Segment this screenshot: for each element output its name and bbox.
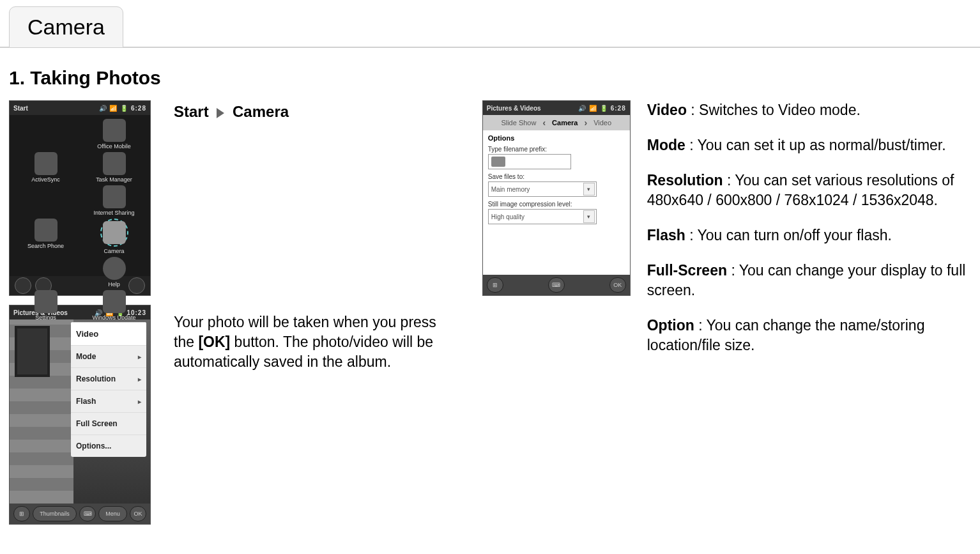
chevron-left-icon[interactable]: ‹ (542, 118, 546, 128)
start-item-label: Camera (103, 248, 124, 254)
status-bar: Pictures & Videos 🔊 📶 🔋 6:28 (483, 101, 630, 115)
start-item-label: Help (108, 281, 120, 288)
term: Mode (647, 137, 685, 153)
breadcrumb-item: Start (174, 103, 209, 120)
windows-update-icon (103, 290, 126, 313)
screenshot-camera-menu: Pictures & Videos 🔊 📶 🔋 10:23 Video Mode… (9, 305, 151, 525)
tab-camera[interactable]: Camera (552, 119, 578, 127)
desc: : You can set it up as normal/bust/timer… (685, 137, 946, 153)
label-compression: Still image compression level: (488, 201, 625, 208)
settings-icon (34, 290, 57, 313)
camera-icon (103, 221, 126, 244)
start-item-label: Task Manager (96, 176, 132, 183)
menu-item-mode[interactable]: Mode▸ (71, 345, 146, 367)
start-item-help[interactable]: Help (82, 257, 146, 288)
taskmanager-icon (103, 152, 126, 175)
start-item-search-phone[interactable]: Search Phone (13, 219, 78, 254)
dropdown-arrow-icon: ▾ (583, 210, 595, 223)
camera-preview (10, 319, 73, 504)
menu-item-resolution[interactable]: Resolution▸ (71, 367, 146, 390)
options-form: Options Type filename prefix: Save files… (483, 130, 630, 275)
paragraph-take-photo: Your photo will be taken when you press … (174, 312, 444, 372)
dropdown-arrow-icon: ▾ (583, 183, 595, 196)
term: Resolution (647, 172, 723, 189)
bottom-bar: ⊞ ⌨ OK (483, 275, 630, 295)
status-icons: 🔊 📶 🔋 6:28 (578, 105, 625, 112)
def-mode: Mode : You can set it up as normal/bust/… (647, 135, 971, 155)
menu-item-video[interactable]: Video (71, 322, 146, 345)
menu-label: Resolution (76, 374, 116, 383)
start-item-windows-update[interactable]: Windows Update (82, 290, 146, 321)
term: Video (647, 102, 687, 118)
start-item-label: Internet Sharing (93, 210, 134, 216)
status-icons: 🔊 📶 🔋 6:28 (99, 105, 146, 112)
section-heading: 1. Taking Photos (9, 67, 980, 89)
camera-menu: Video Mode▸ Resolution▸ Flash▸ Full Scre… (71, 322, 146, 457)
ok-button[interactable]: OK (130, 506, 146, 521)
help-icon (103, 257, 126, 280)
soft-right-button[interactable]: Menu (98, 506, 127, 521)
menu-label: Video (76, 329, 98, 339)
start-item-settings[interactable]: Settings (13, 290, 78, 321)
activesync-icon (34, 152, 57, 175)
menu-item-flash[interactable]: Flash▸ (71, 390, 146, 412)
start-item-label: Office Mobile (97, 143, 130, 150)
menu-item-fullscreen[interactable]: Full Screen (71, 412, 146, 435)
start-button[interactable]: ⊞ (13, 506, 30, 521)
select-compression[interactable]: High quality ▾ (488, 209, 597, 224)
start-item-internet-sharing[interactable]: Internet Sharing (82, 185, 146, 216)
def-resolution: Resolution : You can set various resolut… (647, 171, 971, 210)
select-save-to[interactable]: Main memory ▾ (488, 181, 597, 197)
label-filename-prefix: Type filename prefix: (488, 146, 625, 153)
tab-video[interactable]: Video (593, 119, 611, 127)
screenshot-start-menu: Start 🔊 📶 🔋 6:28 Office Mobile ActiveSyn… (9, 100, 151, 296)
options-tabs: Slide Show ‹ Camera › Video (483, 115, 630, 130)
form-heading: Options (488, 134, 625, 142)
start-item-camera[interactable]: Camera (82, 219, 146, 254)
status-bar: Start 🔊 📶 🔋 6:28 (10, 101, 150, 115)
select-value: Main memory (491, 186, 530, 193)
start-item-label: Search Phone (27, 243, 64, 249)
screenshot-options: Pictures & Videos 🔊 📶 🔋 6:28 Slide Show … (482, 100, 631, 296)
desc: : Switches to Video mode. (687, 102, 861, 118)
internet-sharing-icon (103, 185, 126, 208)
status-title: Pictures & Videos (487, 105, 541, 112)
ok-button[interactable]: OK (609, 277, 626, 293)
text-bold: [OK] (198, 334, 230, 350)
def-option: Option : You can change the name/storing… (647, 316, 971, 355)
menu-label: Full Screen (76, 419, 118, 428)
def-flash: Flash : You can turn on/off your flash. (647, 226, 971, 245)
search-phone-icon (34, 219, 57, 242)
prefix-icon (491, 157, 505, 167)
chevron-right-icon[interactable]: › (584, 118, 587, 128)
start-item-activesync[interactable]: ActiveSync (13, 152, 78, 183)
camera-highlight (100, 219, 128, 247)
breadcrumb: Start Camera (174, 103, 444, 121)
input-filename-prefix[interactable] (488, 154, 571, 169)
def-fullscreen: Full-Screen : You can change your displa… (647, 261, 971, 300)
menu-label: Flash (76, 397, 96, 406)
menu-label: Options... (76, 442, 111, 450)
breadcrumb-arrow-icon (217, 108, 224, 118)
status-title: Start (13, 105, 28, 112)
keyboard-button[interactable]: ⌨ (548, 277, 565, 293)
start-item-taskmanager[interactable]: Task Manager (82, 152, 146, 183)
office-icon (103, 119, 126, 142)
keyboard-button[interactable]: ⌨ (79, 506, 96, 521)
term: Flash (647, 227, 685, 243)
term: Full-Screen (647, 262, 727, 279)
page-tab: Camera (9, 6, 123, 48)
def-video: Video : Switches to Video mode. (647, 100, 971, 120)
soft-left-button[interactable]: Thumbnails (33, 506, 77, 521)
desc: : You can turn on/off your flash. (685, 227, 892, 243)
label-save-to: Save files to: (488, 173, 625, 180)
tab-underline (0, 47, 980, 48)
term: Option (647, 317, 694, 334)
tab-slideshow[interactable]: Slide Show (501, 119, 536, 127)
menu-item-options[interactable]: Options... (71, 435, 146, 457)
start-button[interactable]: ⊞ (487, 277, 503, 293)
submenu-arrow-icon: ▸ (138, 353, 141, 360)
submenu-arrow-icon: ▸ (138, 398, 141, 405)
select-value: High quality (491, 213, 524, 220)
start-item-office[interactable]: Office Mobile (82, 119, 146, 150)
